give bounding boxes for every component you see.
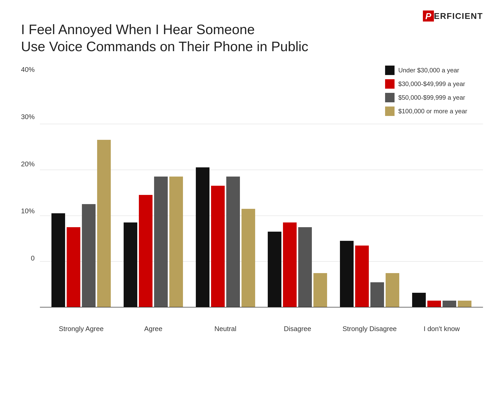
bar — [283, 222, 297, 307]
bar — [82, 204, 96, 307]
chart-title: I Feel Annoyed When I Hear Someone Use V… — [21, 21, 388, 55]
bar — [226, 177, 240, 307]
x-axis-label: Strongly Agree — [52, 325, 110, 333]
legend-item: $50,000-$99,999 a year — [385, 93, 467, 102]
x-axis-label: Agree — [124, 325, 182, 333]
chart-area: 40%30%20%10%0 Under $30,000 a year$30,00… — [21, 66, 483, 333]
bar — [355, 246, 369, 307]
bar-group — [268, 222, 327, 307]
bar — [268, 232, 281, 307]
bars-and-xaxis: Strongly AgreeAgreeNeutralDisagreeStrong… — [40, 124, 483, 333]
y-axis-label: 20% — [21, 160, 35, 168]
bar — [139, 195, 153, 307]
bars — [196, 167, 255, 307]
logo: P ERFICIENT — [423, 10, 483, 22]
bar-group — [340, 241, 399, 307]
bars — [124, 177, 183, 307]
bars — [51, 140, 111, 307]
bar — [97, 140, 111, 307]
y-axis-label: 40% — [21, 66, 35, 74]
y-axis-label: 0 — [31, 254, 35, 262]
bar — [427, 301, 441, 307]
legend-label: $100,000 or more a year — [398, 108, 467, 115]
bars-row — [40, 124, 483, 307]
x-axis-label: Strongly Disagree — [341, 325, 398, 333]
y-axis-label: 30% — [21, 113, 35, 121]
baseline — [40, 307, 483, 307]
y-axis: 40%30%20%10%0 — [21, 66, 35, 275]
legend-swatch — [385, 93, 395, 102]
bar-group — [196, 167, 255, 307]
legend-label: $50,000-$99,999 a year — [398, 94, 465, 101]
legend-item: $100,000 or more a year — [385, 107, 467, 116]
bar — [211, 186, 225, 307]
bar — [386, 273, 399, 307]
bar — [169, 177, 183, 307]
legend-swatch — [385, 66, 395, 75]
legend-label: $30,000-$49,999 a year — [398, 80, 465, 88]
x-axis-label: I don't know — [413, 325, 471, 333]
legend-item: Under $30,000 a year — [385, 66, 467, 75]
logo-text: ERFICIENT — [434, 11, 483, 21]
x-axis-label: Disagree — [269, 325, 326, 333]
bar — [443, 301, 456, 307]
bar — [313, 273, 327, 307]
chart-main: Under $30,000 a year$30,000-$49,999 a ye… — [40, 66, 483, 333]
bar — [298, 227, 312, 307]
legend-label: Under $30,000 a year — [398, 67, 459, 74]
bar — [67, 227, 80, 307]
legend: Under $30,000 a year$30,000-$49,999 a ye… — [385, 66, 467, 116]
x-axis-label: Neutral — [197, 325, 254, 333]
bar-group — [51, 140, 111, 307]
bar — [370, 282, 384, 307]
legend-swatch — [385, 79, 395, 89]
bar — [51, 213, 65, 307]
bar — [196, 167, 209, 307]
legend-swatch — [385, 107, 395, 116]
page-container: P ERFICIENT I Feel Annoyed When I Hear S… — [0, 0, 504, 420]
bar-group — [412, 293, 471, 307]
bars — [412, 293, 471, 307]
bar — [242, 209, 255, 307]
bars — [340, 241, 399, 307]
logo-p-icon: P — [423, 10, 434, 22]
legend-item: $30,000-$49,999 a year — [385, 79, 467, 89]
bars — [268, 222, 327, 307]
y-axis-label: 10% — [21, 207, 35, 215]
bar — [124, 222, 137, 307]
grid-and-bars — [40, 124, 483, 321]
bar — [340, 241, 354, 307]
x-axis: Strongly AgreeAgreeNeutralDisagreeStrong… — [40, 325, 483, 333]
bar — [458, 301, 471, 307]
bar-group — [124, 177, 183, 307]
bar — [412, 293, 426, 307]
bar — [154, 177, 168, 307]
